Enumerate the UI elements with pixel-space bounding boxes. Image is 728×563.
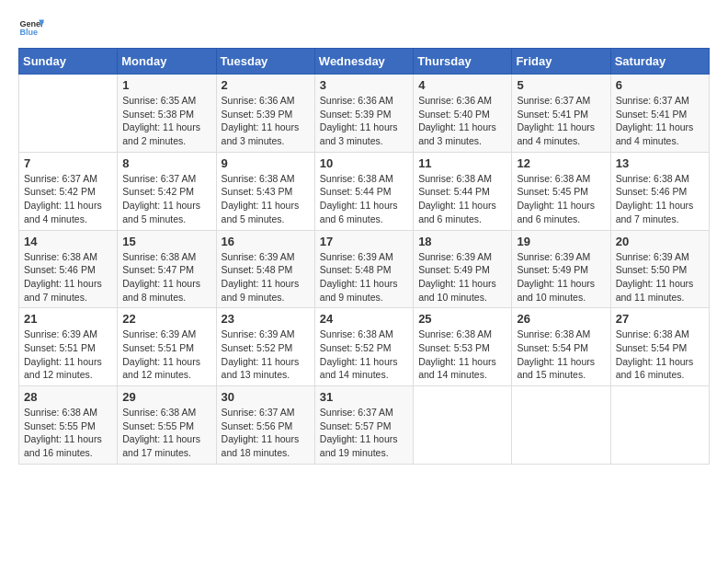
svg-text:Blue: Blue xyxy=(19,28,38,37)
day-number: 21 xyxy=(24,312,112,326)
day-info: Sunrise: 6:38 AMSunset: 5:53 PMDaylight:… xyxy=(418,327,506,382)
calendar-cell: 26Sunrise: 6:38 AMSunset: 5:54 PMDayligh… xyxy=(512,308,610,386)
day-number: 8 xyxy=(122,156,210,170)
week-row-1: 1Sunrise: 6:35 AMSunset: 5:38 PMDaylight… xyxy=(19,75,710,153)
day-info: Sunrise: 6:38 AMSunset: 5:55 PMDaylight:… xyxy=(24,406,112,460)
day-info: Sunrise: 6:38 AMSunset: 5:44 PMDaylight:… xyxy=(418,172,506,226)
column-header-saturday: Saturday xyxy=(610,49,709,75)
calendar-cell: 12Sunrise: 6:38 AMSunset: 5:45 PMDayligh… xyxy=(512,152,610,230)
day-number: 26 xyxy=(517,312,605,326)
week-row-5: 28Sunrise: 6:38 AMSunset: 5:55 PMDayligh… xyxy=(19,386,710,465)
day-number: 25 xyxy=(418,312,506,326)
calendar-cell: 1Sunrise: 6:35 AMSunset: 5:38 PMDaylight… xyxy=(118,75,216,153)
calendar-cell: 14Sunrise: 6:38 AMSunset: 5:46 PMDayligh… xyxy=(19,230,118,308)
day-number: 12 xyxy=(517,156,605,170)
calendar-cell: 3Sunrise: 6:36 AMSunset: 5:39 PMDaylight… xyxy=(314,75,413,153)
day-info: Sunrise: 6:36 AMSunset: 5:40 PMDaylight:… xyxy=(418,94,506,148)
day-info: Sunrise: 6:38 AMSunset: 5:47 PMDaylight:… xyxy=(122,250,210,304)
calendar-cell: 15Sunrise: 6:38 AMSunset: 5:47 PMDayligh… xyxy=(118,230,216,308)
calendar-cell: 23Sunrise: 6:39 AMSunset: 5:52 PMDayligh… xyxy=(216,308,314,386)
day-number: 23 xyxy=(222,312,310,326)
calendar-cell: 18Sunrise: 6:39 AMSunset: 5:49 PMDayligh… xyxy=(414,230,512,308)
calendar-cell: 17Sunrise: 6:39 AMSunset: 5:48 PMDayligh… xyxy=(314,230,413,308)
day-number: 7 xyxy=(24,156,112,170)
day-info: Sunrise: 6:39 AMSunset: 5:51 PMDaylight:… xyxy=(122,327,210,382)
calendar-cell: 19Sunrise: 6:39 AMSunset: 5:49 PMDayligh… xyxy=(512,230,610,308)
day-number: 20 xyxy=(616,235,704,248)
calendar-cell xyxy=(512,386,610,465)
page-header: General Blue xyxy=(18,15,710,40)
column-header-tuesday: Tuesday xyxy=(216,49,314,75)
column-header-wednesday: Wednesday xyxy=(314,49,413,75)
week-row-2: 7Sunrise: 6:37 AMSunset: 5:42 PMDaylight… xyxy=(19,152,710,230)
day-info: Sunrise: 6:38 AMSunset: 5:54 PMDaylight:… xyxy=(517,327,605,382)
day-number: 24 xyxy=(320,312,408,326)
day-number: 14 xyxy=(24,235,112,248)
calendar-cell: 10Sunrise: 6:38 AMSunset: 5:44 PMDayligh… xyxy=(314,152,413,230)
day-number: 1 xyxy=(122,78,210,92)
week-row-3: 14Sunrise: 6:38 AMSunset: 5:46 PMDayligh… xyxy=(19,230,710,308)
day-number: 4 xyxy=(418,78,506,92)
calendar-cell xyxy=(19,75,118,153)
column-header-friday: Friday xyxy=(512,49,610,75)
day-number: 30 xyxy=(222,390,310,404)
day-info: Sunrise: 6:39 AMSunset: 5:48 PMDaylight:… xyxy=(320,250,408,304)
logo-icon: General Blue xyxy=(18,15,44,40)
day-info: Sunrise: 6:37 AMSunset: 5:41 PMDaylight:… xyxy=(517,94,605,148)
day-info: Sunrise: 6:37 AMSunset: 5:57 PMDaylight:… xyxy=(320,406,408,460)
calendar-cell: 25Sunrise: 6:38 AMSunset: 5:53 PMDayligh… xyxy=(414,308,512,386)
calendar-cell: 28Sunrise: 6:38 AMSunset: 5:55 PMDayligh… xyxy=(19,386,118,465)
column-header-monday: Monday xyxy=(118,49,216,75)
day-number: 10 xyxy=(320,156,408,170)
day-info: Sunrise: 6:39 AMSunset: 5:49 PMDaylight:… xyxy=(517,250,605,304)
calendar-cell: 11Sunrise: 6:38 AMSunset: 5:44 PMDayligh… xyxy=(414,152,512,230)
calendar-cell: 27Sunrise: 6:38 AMSunset: 5:54 PMDayligh… xyxy=(610,308,709,386)
day-info: Sunrise: 6:37 AMSunset: 5:42 PMDaylight:… xyxy=(122,172,210,226)
day-number: 9 xyxy=(222,156,310,170)
day-info: Sunrise: 6:38 AMSunset: 5:46 PMDaylight:… xyxy=(24,250,112,304)
day-info: Sunrise: 6:39 AMSunset: 5:51 PMDaylight:… xyxy=(24,327,112,382)
day-number: 22 xyxy=(122,312,210,326)
day-info: Sunrise: 6:37 AMSunset: 5:41 PMDaylight:… xyxy=(616,94,704,148)
calendar-table: SundayMondayTuesdayWednesdayThursdayFrid… xyxy=(18,48,710,465)
day-number: 6 xyxy=(616,78,704,92)
day-info: Sunrise: 6:38 AMSunset: 5:45 PMDaylight:… xyxy=(517,172,605,226)
calendar-cell: 6Sunrise: 6:37 AMSunset: 5:41 PMDaylight… xyxy=(610,75,709,153)
day-info: Sunrise: 6:36 AMSunset: 5:39 PMDaylight:… xyxy=(320,94,408,148)
calendar-cell: 29Sunrise: 6:38 AMSunset: 5:55 PMDayligh… xyxy=(118,386,216,465)
column-header-thursday: Thursday xyxy=(414,49,512,75)
day-number: 29 xyxy=(122,390,210,404)
calendar-cell: 9Sunrise: 6:38 AMSunset: 5:43 PMDaylight… xyxy=(216,152,314,230)
day-info: Sunrise: 6:38 AMSunset: 5:54 PMDaylight:… xyxy=(616,327,704,382)
day-number: 27 xyxy=(616,312,704,326)
day-number: 15 xyxy=(122,235,210,248)
day-number: 16 xyxy=(222,235,310,248)
day-info: Sunrise: 6:38 AMSunset: 5:55 PMDaylight:… xyxy=(122,406,210,460)
day-info: Sunrise: 6:39 AMSunset: 5:49 PMDaylight:… xyxy=(418,250,506,304)
calendar-cell: 7Sunrise: 6:37 AMSunset: 5:42 PMDaylight… xyxy=(19,152,118,230)
day-info: Sunrise: 6:39 AMSunset: 5:52 PMDaylight:… xyxy=(222,327,310,382)
calendar-cell xyxy=(414,386,512,465)
day-info: Sunrise: 6:38 AMSunset: 5:43 PMDaylight:… xyxy=(222,172,310,226)
column-header-sunday: Sunday xyxy=(19,49,118,75)
calendar-cell: 13Sunrise: 6:38 AMSunset: 5:46 PMDayligh… xyxy=(610,152,709,230)
day-number: 31 xyxy=(320,390,408,404)
day-number: 11 xyxy=(418,156,506,170)
calendar-cell: 31Sunrise: 6:37 AMSunset: 5:57 PMDayligh… xyxy=(314,386,413,465)
logo: General Blue xyxy=(18,15,48,40)
day-info: Sunrise: 6:36 AMSunset: 5:39 PMDaylight:… xyxy=(222,94,310,148)
calendar-header-row: SundayMondayTuesdayWednesdayThursdayFrid… xyxy=(19,49,710,75)
calendar-cell: 4Sunrise: 6:36 AMSunset: 5:40 PMDaylight… xyxy=(414,75,512,153)
calendar-cell: 8Sunrise: 6:37 AMSunset: 5:42 PMDaylight… xyxy=(118,152,216,230)
day-number: 2 xyxy=(222,78,310,92)
day-number: 28 xyxy=(24,390,112,404)
calendar-cell: 5Sunrise: 6:37 AMSunset: 5:41 PMDaylight… xyxy=(512,75,610,153)
calendar-cell: 24Sunrise: 6:38 AMSunset: 5:52 PMDayligh… xyxy=(314,308,413,386)
day-info: Sunrise: 6:38 AMSunset: 5:44 PMDaylight:… xyxy=(320,172,408,226)
day-info: Sunrise: 6:37 AMSunset: 5:56 PMDaylight:… xyxy=(222,406,310,460)
day-number: 13 xyxy=(616,156,704,170)
day-info: Sunrise: 6:37 AMSunset: 5:42 PMDaylight:… xyxy=(24,172,112,226)
calendar-cell: 2Sunrise: 6:36 AMSunset: 5:39 PMDaylight… xyxy=(216,75,314,153)
calendar-cell: 21Sunrise: 6:39 AMSunset: 5:51 PMDayligh… xyxy=(19,308,118,386)
day-info: Sunrise: 6:38 AMSunset: 5:52 PMDaylight:… xyxy=(320,327,408,382)
